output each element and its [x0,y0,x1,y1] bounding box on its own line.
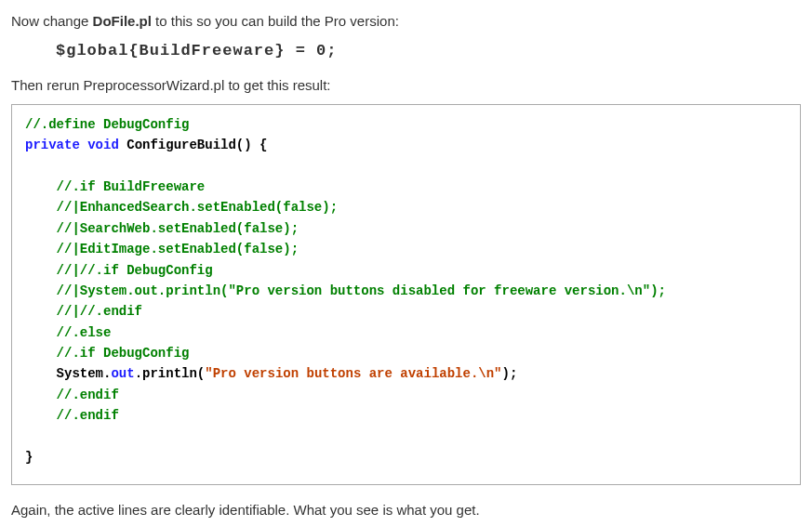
code-line: //.if BuildFreeware [25,179,205,194]
code-line: //.else [25,325,111,340]
rerun-post: to get this result: [224,77,330,93]
global-assignment: $global{BuildFreeware} = 0; [56,40,801,62]
rerun-tool: PreprocessorWizard.pl [84,77,225,93]
intro-pre: Now change [11,13,93,29]
code-line: //|EnhancedSearch.setEnabled(false); [25,200,338,215]
code-line: //|EditImage.setEnabled(false); [25,242,299,256]
rerun-pre: Then rerun [11,77,84,93]
code-keyword: private [25,138,80,152]
code-line: //|//.if DebugConfig [25,263,213,278]
code-line: //.endif [25,388,119,402]
code-line: //.define DebugConfig [25,117,189,132]
rerun-paragraph: Then rerun PreprocessorWizard.pl to get … [11,75,801,95]
code-ident: out [111,366,134,381]
code-block: //.define DebugConfig private void Confi… [11,104,801,486]
code-keyword: void [87,138,119,152]
code-line: //.endif [25,408,119,423]
code-string: "Pro version buttons are available.\n" [205,366,501,381]
code-punct: ); [650,283,666,298]
code-space [80,138,87,152]
code-punct: ( [197,366,205,381]
code-punct: () { [236,138,268,152]
code-line: //.if DebugConfig [25,346,189,361]
code-string: "Pro version buttons disabled for freewa… [228,283,650,298]
intro-filename: DoFile.pl [93,13,152,29]
code-ident: ConfigureBuild [126,138,236,152]
code-space [119,138,126,152]
code-ident: System [25,366,103,381]
code-punct: ); [502,366,518,381]
intro-paragraph: Now change DoFile.pl to this so you can … [11,11,801,31]
code-line: //|//.endif [25,304,142,319]
outro-paragraph: Again, the active lines are clearly iden… [11,500,801,519]
code-line: //|System.out.println( [25,283,228,298]
intro-post: to this so you can build the Pro version… [152,13,399,29]
code-punct: . [135,366,142,381]
code-ident: println [142,366,197,381]
code-punct: } [25,450,33,465]
code-line: //|SearchWeb.setEnabled(false); [25,221,299,236]
